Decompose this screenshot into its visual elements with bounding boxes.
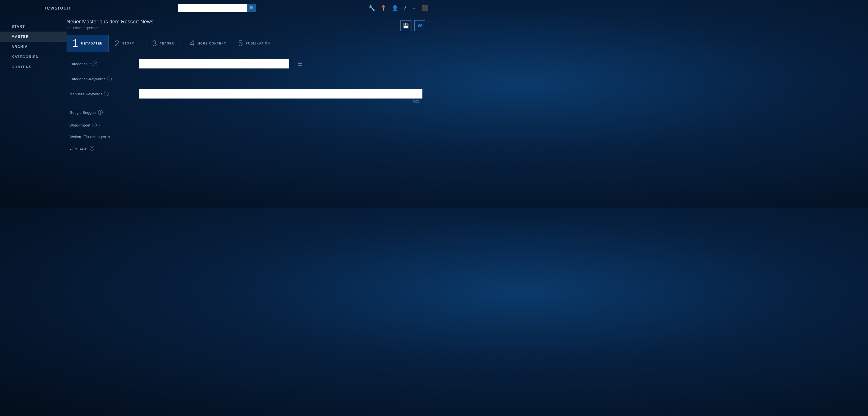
form-section: Kategorien * ? ☰ Kategorien-Keywords ? M… [66,59,425,150]
word-import-chevron-icon: › [98,123,100,128]
kategorien-input[interactable] [139,59,289,68]
weitere-einstellungen-section[interactable]: Weitere Einstellungen ∨ [69,134,423,139]
kategorien-row: Kategorien * ? ☰ [69,59,423,68]
required-marker: * [89,62,91,66]
weitere-einstellungen-chevron-icon: ∨ [107,134,111,139]
step-label-4: MORE CONTENT [197,42,226,45]
page-subtitle: neu nicht gespeichert [66,26,425,30]
sidebar-item-kategorien[interactable]: KATEGORIEN [0,52,66,62]
kategorien-label: Kategorien * ? [69,62,133,66]
list-icon[interactable]: ☰ [298,61,302,67]
location-icon[interactable]: 📍 [380,5,386,11]
step-number-5: 5 [238,39,243,48]
page-header: Neuer Master aus dem Ressort News neu ni… [66,19,425,30]
step-label-3: TEASER [160,42,175,45]
word-import-divider-line [104,125,423,126]
sidebar-item-master[interactable]: MASTER [0,32,66,42]
step-tab-1[interactable]: 1 METADATEN [66,35,109,52]
sidebar: START MASTER ARCHIV KATEGORIEN CONTENS [0,16,66,208]
sidebar-item-start[interactable]: START [0,22,66,32]
step-label-2: STORY [122,42,134,45]
step-number-2: 2 [115,39,120,48]
linkmaster-label: Linkmaster ? [69,146,133,150]
step-number-3: 3 [152,39,157,48]
topbar-icons: 🔧 📍 👤 ? ＋ ⬛ [369,5,428,11]
weitere-einstellungen-divider-line [115,137,423,137]
word-import-section[interactable]: Word-Import ? › [69,123,423,128]
search-icon: 🔍 [249,6,254,10]
google-suggest-label: Google Suggest ? [69,110,133,115]
word-import-label: Word-Import ? › [69,123,100,128]
manuelle-keywords-label: Manuelle Keywords ? [69,92,133,96]
word-import-help-icon[interactable]: ? [92,123,97,128]
main-layout: START MASTER ARCHIV KATEGORIEN CONTENS N… [0,16,434,208]
step-tab-3[interactable]: 3 TEASER [146,35,184,52]
save-button[interactable]: 💾 [400,20,411,31]
wrench-icon[interactable]: 🔧 [369,5,375,11]
step-tab-4[interactable]: 4 MORE CONTENT [184,35,232,52]
keywords-help-icon[interactable]: ? [107,76,112,81]
kategorien-help-icon[interactable]: ? [93,62,97,66]
help-icon[interactable]: ? [403,5,406,11]
app-logo: newsroom [6,5,72,11]
manuelle-keywords-row: Manuelle Keywords ? [69,89,423,99]
linkmaster-help-icon[interactable]: ? [90,146,94,150]
step-tab-5[interactable]: 5 PUBLIKATION [232,35,276,52]
user-icon[interactable]: 👤 [392,5,398,11]
manuelle-keywords-input[interactable] [139,89,423,99]
manuelle-keywords-help-icon[interactable]: ? [104,92,108,96]
plus-icon[interactable]: ＋ [411,5,416,11]
keywords-row: Kategorien-Keywords ? [69,76,423,81]
weitere-einstellungen-label: Weitere Einstellungen ∨ [69,134,111,139]
keywords-label: Kategorien-Keywords ? [69,76,133,81]
manuelle-keywords-counter: 0/30 [69,100,423,103]
header-actions: 💾 W [400,20,425,31]
step-number-1: 1 [72,38,78,48]
sidebar-item-contens[interactable]: CONTENS [0,62,66,72]
search-area: 🔍 [178,4,256,12]
search-input[interactable] [178,4,247,12]
content-area: Neuer Master aus dem Ressort News neu ni… [66,16,434,208]
export-icon[interactable]: ⬛ [422,5,428,11]
step-tabs: 1 METADATEN 2 STORY 3 TEASER 4 MORE CONT… [66,35,425,52]
save-icon: 💾 [403,23,409,29]
word-export-button[interactable]: W [414,20,425,31]
google-suggest-help-icon[interactable]: ? [98,110,103,115]
topbar: newsroom 🔍 🔧 📍 👤 ? ＋ ⬛ [0,0,434,16]
step-tab-2[interactable]: 2 STORY [109,35,146,52]
step-label-5: PUBLIKATION [246,42,270,45]
step-label-1: METADATEN [81,42,103,45]
step-number-4: 4 [190,39,195,48]
google-suggest-row: Google Suggest ? [69,110,423,115]
linkmaster-row: Linkmaster ? [69,146,423,150]
search-button[interactable]: 🔍 [247,4,256,12]
page-title: Neuer Master aus dem Ressort News [66,19,425,25]
word-icon: W [417,23,422,28]
sidebar-item-archiv[interactable]: ARCHIV [0,42,66,52]
